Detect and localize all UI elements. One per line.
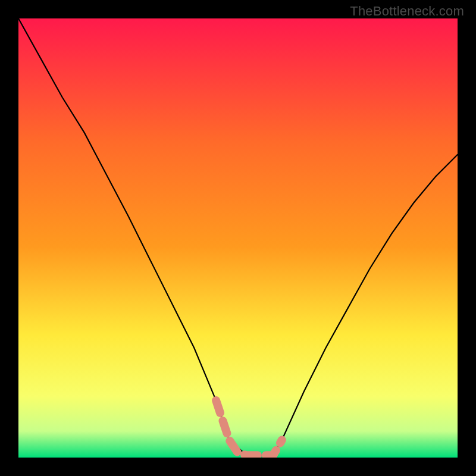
chart-frame: TheBottleneck.com bbox=[0, 0, 476, 476]
watermark-text: TheBottleneck.com bbox=[350, 4, 464, 19]
plot-svg bbox=[18, 18, 458, 458]
gradient-background bbox=[18, 18, 458, 458]
plot-area bbox=[18, 18, 458, 458]
